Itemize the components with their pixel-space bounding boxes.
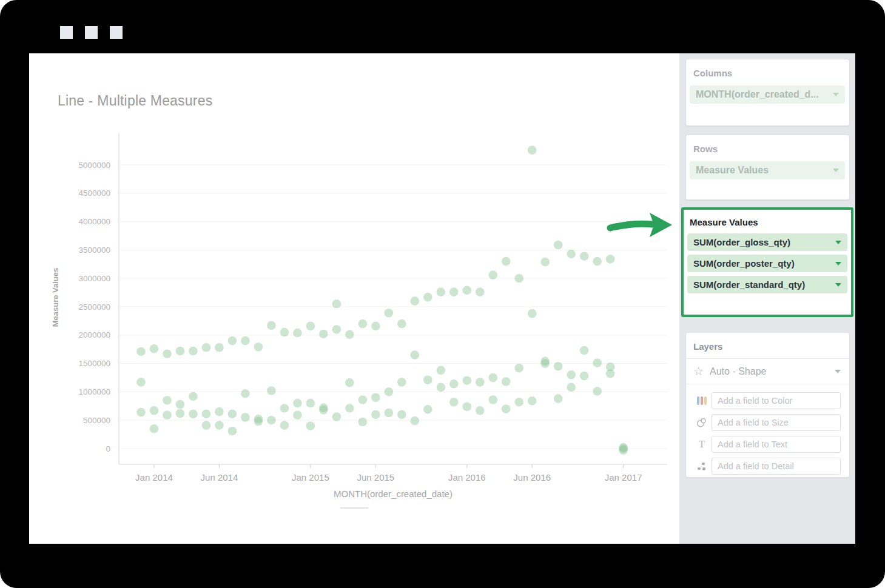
- scatter-point[interactable]: [136, 378, 146, 387]
- scatter-point[interactable]: [593, 257, 602, 266]
- scatter-point[interactable]: [385, 387, 394, 396]
- scatter-point[interactable]: [397, 410, 406, 419]
- scatter-point[interactable]: [371, 393, 380, 402]
- scatter-point[interactable]: [241, 389, 250, 398]
- scatter-point[interactable]: [567, 383, 576, 392]
- scatter-point[interactable]: [293, 399, 302, 408]
- scatter-point[interactable]: [345, 404, 354, 413]
- scatter-point[interactable]: [580, 252, 589, 261]
- scatter-point[interactable]: [423, 405, 432, 414]
- scatter-point[interactable]: [410, 350, 419, 359]
- columns-field-pill[interactable]: MONTH(order_created_d...: [690, 85, 845, 104]
- scatter-point[interactable]: [176, 409, 185, 418]
- scatter-point[interactable]: [423, 375, 432, 384]
- scatter-point[interactable]: [540, 258, 550, 267]
- scatter-point[interactable]: [397, 378, 406, 387]
- window-control-square[interactable]: [60, 26, 73, 39]
- scatter-point[interactable]: [163, 410, 172, 419]
- scatter-point[interactable]: [385, 309, 394, 318]
- scatter-point[interactable]: [228, 336, 237, 346]
- scatter-point[interactable]: [293, 410, 302, 419]
- scatter-point[interactable]: [345, 378, 354, 387]
- scatter-point[interactable]: [554, 362, 563, 371]
- scatter-point[interactable]: [163, 349, 172, 358]
- scatter-point[interactable]: [619, 443, 628, 452]
- scatter-point[interactable]: [215, 407, 224, 416]
- scatter-point[interactable]: [423, 293, 432, 302]
- scatter-point[interactable]: [150, 344, 159, 353]
- scatter-point[interactable]: [163, 396, 172, 405]
- shape-selector[interactable]: ☆ Auto - Shape: [686, 359, 849, 384]
- scatter-point[interactable]: [202, 343, 211, 352]
- scatter-point[interactable]: [215, 421, 224, 430]
- scatter-point[interactable]: [462, 376, 471, 385]
- scatter-point[interactable]: [280, 421, 289, 430]
- scatter-point[interactable]: [606, 369, 615, 378]
- scatter-point[interactable]: [306, 399, 315, 408]
- scatter-point[interactable]: [332, 412, 342, 421]
- scatter-point[interactable]: [267, 321, 276, 330]
- scatter-point[interactable]: [580, 372, 589, 381]
- scatter-point[interactable]: [540, 359, 550, 368]
- scatter-point[interactable]: [189, 410, 198, 419]
- scatter-point[interactable]: [319, 330, 328, 339]
- scatter-point[interactable]: [358, 395, 368, 404]
- scatter-point[interactable]: [436, 287, 445, 296]
- scatter-point[interactable]: [345, 330, 354, 339]
- measure-pill-standard[interactable]: SUM(order_standard_qty): [687, 276, 847, 293]
- scatter-point[interactable]: [280, 328, 289, 337]
- scatter-point[interactable]: [371, 410, 380, 419]
- scatter-point[interactable]: [476, 378, 485, 387]
- scatter-point[interactable]: [488, 270, 497, 279]
- scatter-point[interactable]: [606, 255, 615, 264]
- scatter-point[interactable]: [319, 406, 328, 415]
- scatter-point[interactable]: [593, 387, 602, 396]
- scatter-point[interactable]: [136, 408, 146, 417]
- scatter-point[interactable]: [241, 413, 250, 422]
- scatter-point[interactable]: [436, 366, 445, 375]
- scatter-point[interactable]: [293, 329, 302, 338]
- scatter-point[interactable]: [554, 394, 563, 403]
- scatter-point[interactable]: [358, 418, 368, 427]
- scatter-point[interactable]: [567, 250, 576, 259]
- measure-pill-poster[interactable]: SUM(order_poster_qty): [687, 255, 847, 272]
- scatter-point[interactable]: [528, 309, 537, 318]
- scatter-point[interactable]: [449, 379, 459, 389]
- window-control-square[interactable]: [85, 26, 98, 39]
- scatter-point[interactable]: [150, 406, 159, 415]
- scatter-point[interactable]: [215, 343, 224, 352]
- scatter-point[interactable]: [176, 400, 185, 409]
- scatter-point[interactable]: [267, 386, 276, 395]
- measure-pill-gloss[interactable]: SUM(order_gloss_qty): [687, 233, 847, 251]
- scatter-point[interactable]: [332, 299, 342, 309]
- scatter-point[interactable]: [358, 319, 368, 329]
- scatter-point[interactable]: [580, 346, 589, 355]
- scatter-point[interactable]: [280, 404, 289, 413]
- chevron-down-icon[interactable]: [833, 93, 839, 96]
- size-field-input[interactable]: [712, 414, 841, 431]
- scatter-point[interactable]: [306, 322, 315, 331]
- chevron-down-icon[interactable]: [835, 262, 841, 266]
- rows-field-pill[interactable]: Measure Values: [690, 161, 845, 179]
- scatter-point[interactable]: [371, 322, 380, 331]
- scatter-point[interactable]: [136, 347, 146, 356]
- scatter-point[interactable]: [202, 410, 211, 419]
- scatter-point[interactable]: [502, 404, 511, 413]
- scatter-point[interactable]: [228, 427, 237, 436]
- scatter-point[interactable]: [462, 402, 471, 411]
- scatter-point[interactable]: [202, 421, 211, 430]
- scatter-point[interactable]: [502, 257, 511, 266]
- axis-resize-handle[interactable]: [340, 507, 368, 509]
- chevron-down-icon[interactable]: [835, 283, 841, 287]
- scatter-point[interactable]: [332, 325, 342, 334]
- scatter-point[interactable]: [502, 377, 511, 386]
- scatter-point[interactable]: [514, 274, 523, 283]
- scatter-point[interactable]: [554, 241, 563, 250]
- scatter-point[interactable]: [150, 424, 159, 433]
- scatter-point[interactable]: [228, 410, 237, 419]
- detail-field-input[interactable]: [712, 458, 841, 475]
- color-field-input[interactable]: [712, 392, 841, 409]
- scatter-point[interactable]: [254, 342, 263, 352]
- scatter-point[interactable]: [397, 319, 406, 329]
- chevron-down-icon[interactable]: [833, 169, 839, 172]
